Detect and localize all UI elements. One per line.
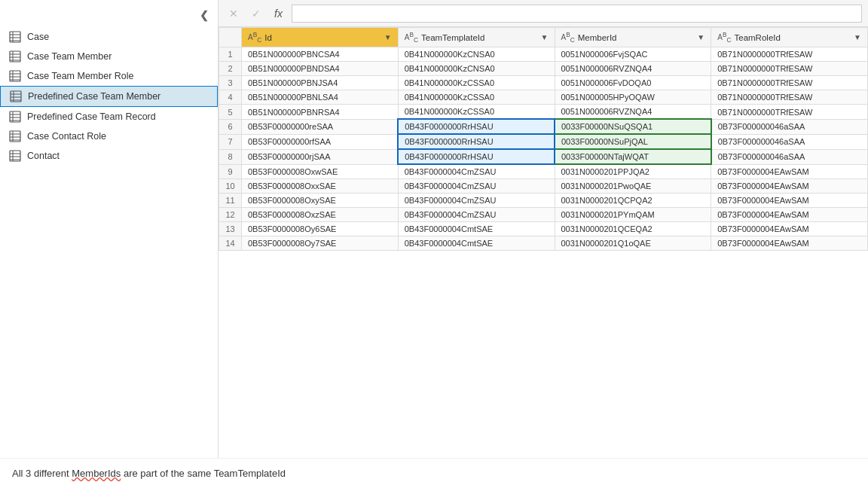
function-button[interactable]: fx [270, 6, 287, 21]
table-icon-predefined-case-team-record [9, 111, 21, 123]
table-row[interactable]: 130B53F0000008Oy6SAE0B43F0000004CmtSAE00… [219, 222, 868, 236]
cell-teamtemplateid-13: 0B43F0000004CmtSAE [398, 222, 555, 236]
cell-teamroleid-2: 0B71N0000000TRfESAW [711, 62, 868, 76]
cell-memberid-2: 0051N000006RVZNQA4 [555, 62, 711, 76]
footer-text-after: are part of the same TeamTemplateId [121, 468, 286, 479]
sidebar-item-case[interactable]: Case [0, 27, 218, 47]
table-row[interactable]: 30B51N000000PBNJSA40B41N000000KzCSSA0005… [219, 76, 868, 90]
sidebar-item-contact[interactable]: Contact [0, 146, 218, 166]
row-index-7: 7 [219, 134, 242, 149]
table-row[interactable]: 110B53F0000008OxySAE0B43F0000004CmZSAU00… [219, 194, 868, 208]
sidebar-item-predefined-case-team-record[interactable]: Predefined Case Team Record [0, 107, 218, 127]
table-row[interactable]: 10B51N000000PBNCSA40B41N000000KzCNSA0005… [219, 47, 868, 62]
main-area: ❮ Case Case Team Member Case Team Member… [0, 0, 868, 458]
id-type-badge: ABC [248, 31, 261, 44]
sidebar-item-case-team-member[interactable]: Case Team Member [0, 47, 218, 66]
cell-teamtemplateid-2: 0B41N000000KzCNSA0 [398, 62, 555, 76]
table-row[interactable]: 90B53F0000008OxwSAE0B43F0000004CmZSAU003… [219, 164, 868, 179]
cell-teamroleid-6: 0B73F000000046aSAA [711, 119, 868, 134]
cell-teamtemplateid-5: 0B41N000000KzCSSA0 [398, 105, 555, 120]
cell-teamroleid-9: 0B73F0000004EAwSAM [711, 164, 868, 179]
cell-memberid-9: 0031N0000201PPJQA2 [555, 164, 711, 179]
cell-teamroleid-12: 0B73F0000004EAwSAM [711, 208, 868, 222]
sidebar-header: ❮ [0, 6, 218, 27]
cell-memberid-11: 0031N0000201QCPQA2 [555, 194, 711, 208]
col-label-memberid: MemberId [578, 33, 617, 42]
table-row[interactable]: 50B51N000000PBNRSA40B41N000000KzCSSA0005… [219, 105, 868, 120]
confirm-button[interactable]: ✓ [247, 6, 265, 21]
row-index-5: 5 [219, 105, 242, 120]
cell-id-10: 0B53F0000008OxxSAE [242, 179, 399, 194]
sidebar-item-case-team-member-role[interactable]: Case Team Member Role [0, 66, 218, 86]
col-header-teamtemplateid: ABC TeamTemplateId ▼ [398, 28, 555, 47]
table-container: ABC Id ▼ ABC TeamTem [219, 27, 868, 458]
table-row[interactable]: 100B53F0000008OxxSAE0B43F0000004CmZSAU00… [219, 179, 868, 194]
table-icon-predefined-case-team-member [10, 90, 22, 102]
cell-teamroleid-3: 0B71N0000000TRfESAW [711, 76, 868, 90]
cell-id-11: 0B53F0000008OxySAE [242, 194, 399, 208]
col-header-index [219, 28, 242, 47]
col-label-teamroleid: TeamRoleId [735, 33, 781, 42]
table-row[interactable]: 40B51N000000PBNLSA40B41N000000KzCSSA0005… [219, 90, 868, 105]
cell-memberid-7: 0033F00000NSuPjQAL [555, 134, 711, 149]
cell-teamroleid-11: 0B73F0000004EAwSAM [711, 194, 868, 208]
cell-id-1: 0B51N000000PBNCSA4 [242, 47, 399, 62]
cell-memberid-8: 0033F00000NTajWQAT [555, 149, 711, 164]
sidebar-item-case-contact-role[interactable]: Case Contact Role [0, 127, 218, 146]
cell-teamtemplateid-4: 0B41N000000KzCSSA0 [398, 90, 555, 105]
table-row[interactable]: 70B53F00000000rfSAA0B43F0000000RrHSAU003… [219, 134, 868, 149]
col-header-memberid: ABC MemberId ▼ [555, 28, 711, 47]
footer-text-before: All 3 different [12, 468, 72, 479]
app-container: ❮ Case Case Team Member Case Team Member… [0, 0, 868, 488]
cell-memberid-5: 0051N000006RVZNQA4 [555, 105, 711, 120]
table-row[interactable]: 80B53F00000000rjSAA0B43F0000000RrHSAU003… [219, 149, 868, 164]
cell-teamtemplateid-11: 0B43F0000004CmZSAU [398, 194, 555, 208]
cancel-button[interactable]: ✕ [225, 6, 243, 21]
row-index-8: 8 [219, 149, 242, 164]
sidebar-item-predefined-case-team-member[interactable]: Predefined Case Team Member [0, 86, 218, 107]
sidebar-item-label-contact: Contact [27, 151, 60, 161]
cell-teamtemplateid-7: 0B43F0000000RrHSAU [398, 134, 555, 149]
cell-id-9: 0B53F0000008OxwSAE [242, 164, 399, 179]
row-index-4: 4 [219, 90, 242, 105]
cell-memberid-10: 0031N0000201PwoQAE [555, 179, 711, 194]
col-header-teamroleid: ABC TeamRoleId ▼ [711, 28, 868, 47]
row-index-6: 6 [219, 119, 242, 134]
row-index-3: 3 [219, 76, 242, 90]
cell-teamtemplateid-9: 0B43F0000004CmZSAU [398, 164, 555, 179]
cell-id-5: 0B51N000000PBNRSA4 [242, 105, 399, 120]
cell-teamroleid-4: 0B71N0000000TRfESAW [711, 90, 868, 105]
cell-memberid-14: 0031N0000201Q1oQAE [555, 236, 711, 251]
memberid-type-badge: ABC [561, 31, 575, 44]
cell-teamroleid-7: 0B73F000000046aSAA [711, 134, 868, 149]
table-row[interactable]: 140B53F0000008Oy7SAE0B43F0000004CmtSAE00… [219, 236, 868, 251]
data-table: ABC Id ▼ ABC TeamTem [219, 27, 868, 251]
cell-id-12: 0B53F0000008OxzSAE [242, 208, 399, 222]
row-index-2: 2 [219, 62, 242, 76]
cell-teamtemplateid-12: 0B43F0000004CmZSAU [398, 208, 555, 222]
cell-id-2: 0B51N000000PBNDSA4 [242, 62, 399, 76]
sidebar-item-label-predefined-case-team-record: Predefined Case Team Record [27, 111, 156, 122]
cell-id-8: 0B53F00000000rjSAA [242, 149, 399, 164]
collapse-button[interactable]: ❮ [200, 9, 209, 21]
table-icon-case-team-member [9, 50, 21, 63]
row-index-10: 10 [219, 179, 242, 194]
formula-bar [292, 5, 862, 23]
id-filter-icon[interactable]: ▼ [384, 33, 392, 41]
teamroleid-filter-icon[interactable]: ▼ [854, 33, 861, 41]
cell-teamtemplateid-6: 0B43F0000000RrHSAU [398, 119, 555, 134]
toolbar: ✕ ✓ fx [219, 0, 868, 27]
table-icon-case-contact-role [9, 130, 21, 142]
table-row[interactable]: 20B51N000000PBNDSA40B41N000000KzCNSA0005… [219, 62, 868, 76]
footer-memberids: MemberIds [72, 468, 121, 479]
cell-teamroleid-14: 0B73F0000004EAwSAM [711, 236, 868, 251]
right-panel: ✕ ✓ fx ABC [219, 0, 868, 458]
cell-memberid-4: 0051N000005HPyOQAW [555, 90, 711, 105]
teamtemplateid-filter-icon[interactable]: ▼ [541, 33, 549, 41]
cell-teamroleid-5: 0B71N0000000TRfESAW [711, 105, 868, 120]
table-row[interactable]: 120B53F0000008OxzSAE0B43F0000004CmZSAU00… [219, 208, 868, 222]
table-row[interactable]: 60B53F00000000reSAA0B43F0000000RrHSAU003… [219, 119, 868, 134]
memberid-filter-icon[interactable]: ▼ [697, 33, 704, 41]
cell-id-7: 0B53F00000000rfSAA [242, 134, 399, 149]
col-label-id: Id [264, 33, 272, 42]
